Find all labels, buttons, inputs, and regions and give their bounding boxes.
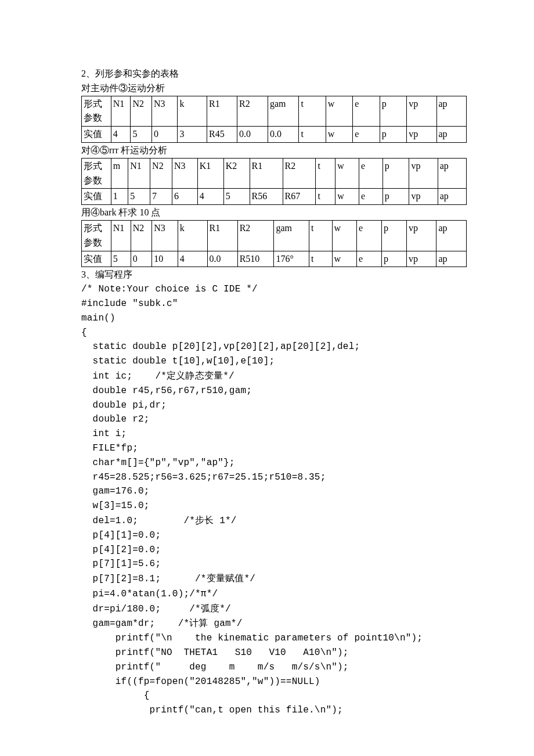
cell: 5 — [131, 127, 152, 143]
cell: 形式参数 — [82, 158, 111, 189]
cell: k — [178, 96, 207, 127]
cell: R2 — [237, 220, 274, 251]
cell: 4 — [111, 127, 131, 143]
cell: 7 — [150, 189, 172, 205]
code-comment: π — [201, 589, 207, 599]
cell: vp — [407, 96, 436, 127]
cell: e — [356, 220, 381, 251]
table-row: 实值 4 5 0 3 R45 0.0 0.0 t w e p vp ap — [82, 127, 467, 143]
cell: N3 — [152, 220, 178, 251]
cell: w — [335, 189, 359, 205]
table-row: 形式参数 m N1 N2 N3 K1 K2 R1 R2 t w e p vp a… — [82, 158, 467, 189]
table-row: 形式参数 N1 N2 N3 k R1 R2 gam t w e p vp ap — [82, 220, 467, 251]
cell: p — [383, 158, 409, 189]
cell: N3 — [172, 158, 198, 189]
table-2: 形式参数 m N1 N2 N3 K1 K2 R1 R2 t w e p vp a… — [81, 158, 467, 205]
code-text: int ic; /* — [81, 371, 167, 381]
cell: vp — [409, 189, 438, 205]
code-line: int i; — [81, 427, 467, 441]
cell: p — [380, 127, 406, 143]
code-line: printf("\n the kinematic parameters of p… — [81, 631, 467, 646]
cell: N2 — [131, 96, 152, 127]
code-text: del=1.0; /* — [81, 516, 195, 526]
code-text: dr=pi/180.0; /* — [81, 604, 201, 614]
code-comment: 步长 — [195, 516, 214, 526]
code-line: { — [81, 689, 467, 703]
code-line: main() — [81, 311, 467, 326]
code-line: p[7][1]=5.6; — [81, 557, 467, 571]
cell: ap — [436, 127, 467, 143]
code-line: pi=4.0*atan(1.0);/*π*/ — [81, 586, 467, 602]
cell: t — [316, 158, 335, 189]
cell: e — [356, 251, 381, 267]
cell: ap — [436, 220, 467, 251]
code-line: dr=pi/180.0; /*弧度*/ — [81, 602, 467, 617]
code-line: p[7][2]=8.1; /*变量赋值*/ — [81, 571, 467, 586]
cell: t — [299, 96, 326, 127]
code-line: w[3]=15.0; — [81, 499, 467, 513]
code-comment: 计算 — [189, 618, 208, 629]
cell: R2 — [237, 96, 268, 127]
cell: t — [299, 127, 326, 143]
cell: 0 — [131, 251, 152, 267]
cell: N1 — [111, 220, 131, 251]
cell: 实值 — [82, 189, 111, 205]
code-comment: 变量赋值 — [207, 574, 244, 584]
cell: 3 — [178, 127, 207, 143]
cell: 5 — [111, 251, 131, 267]
code-text: */ — [219, 604, 231, 614]
cell: w — [332, 220, 356, 251]
cell: gam — [274, 220, 309, 251]
cell: p — [380, 96, 406, 127]
cell: e — [353, 96, 380, 127]
table2-caption: 对④⑤rrr 杆运动分析 — [81, 143, 467, 158]
cell: 0 — [152, 127, 178, 143]
cell: R67 — [283, 189, 316, 205]
table-3: 形式参数 N1 N2 N3 k R1 R2 gam t w e p vp ap … — [81, 220, 467, 267]
cell: gam — [268, 96, 298, 127]
cell: 实值 — [82, 127, 111, 143]
cell: ap — [436, 96, 467, 127]
cell: N2 — [150, 158, 172, 189]
code-line: double r45,r56,r67,r510,gam; — [81, 384, 467, 398]
cell: K1 — [197, 158, 223, 189]
code-line: double r2; — [81, 412, 467, 427]
cell: 形式参数 — [82, 96, 111, 127]
cell: R56 — [250, 189, 283, 205]
cell: R2 — [283, 158, 316, 189]
cell: e — [353, 127, 380, 143]
code-line: r45=28.525;r56=3.625;r67=25.15;r510=8.35… — [81, 470, 467, 485]
code-text: gam=gam*dr; /* — [81, 618, 189, 629]
cell: t — [309, 220, 333, 251]
code-line: static double p[20][2],vp[20][2],ap[20][… — [81, 340, 467, 354]
code-line: gam=gam*dr; /*计算 gam*/ — [81, 616, 467, 631]
cell: 10 — [152, 251, 178, 267]
cell: m — [111, 158, 128, 189]
table-row: 实值 1 5 7 6 4 5 R56 R67 t w e p vp ap — [82, 189, 467, 205]
cell: R510 — [237, 251, 274, 267]
code-line: int ic; /*定义静态变量*/ — [81, 369, 467, 384]
cell: 形式参数 — [82, 220, 111, 251]
code-line: double pi,dr; — [81, 398, 467, 413]
cell: w — [332, 251, 356, 267]
code-text: pi=4.0*atan(1.0);/* — [81, 589, 201, 599]
code-line: char*m[]={"p","vp","ap"}; — [81, 456, 467, 470]
cell: R45 — [207, 127, 237, 143]
code-line: printf("NO THETA1 S10 V10 A10\n"); — [81, 646, 467, 660]
code-text: */ — [223, 371, 234, 381]
section-2-title: 2、列形参和实参的表格 — [81, 67, 467, 81]
code-line: { — [81, 326, 467, 340]
cell: 176° — [274, 251, 309, 267]
code-line: if((fp=fopen("20148285","w"))==NULL) — [81, 675, 467, 689]
code-comment: 弧度 — [201, 604, 219, 614]
cell: 0.0 — [268, 127, 298, 143]
cell: N1 — [111, 96, 131, 127]
cell: vp — [406, 220, 436, 251]
cell: K2 — [223, 158, 250, 189]
code-line: printf(" deg m m/s m/s/s\n"); — [81, 660, 467, 675]
cell: vp — [407, 127, 436, 143]
cell: N2 — [131, 220, 152, 251]
cell: R1 — [207, 96, 237, 127]
table-1: 形式参数 N1 N2 N3 k R1 R2 gam t w e p vp ap … — [81, 96, 467, 143]
table3-caption: 用④bark 杆求 10 点 — [81, 206, 467, 220]
